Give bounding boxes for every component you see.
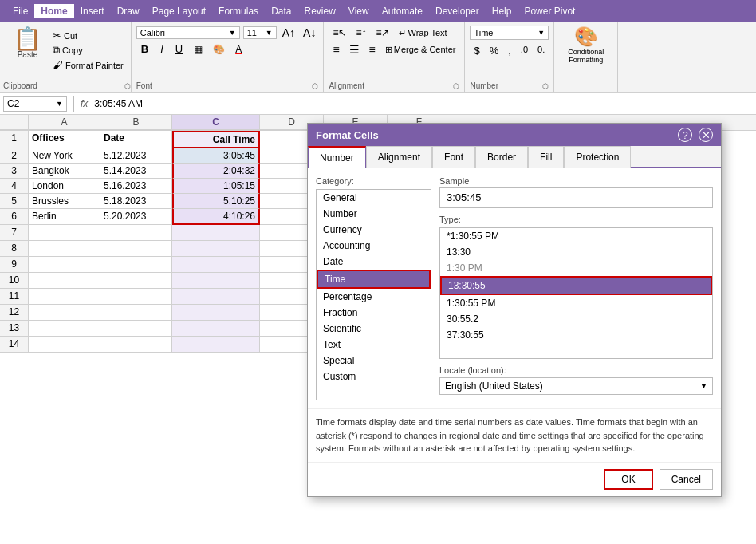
align-top-right-icon[interactable]: ≡↗ (372, 26, 393, 40)
menu-data[interactable]: Data (265, 4, 297, 18)
cell-C2[interactable]: 3:05:45 (172, 148, 260, 164)
menu-insert[interactable]: Insert (74, 4, 111, 18)
tab-border[interactable]: Border (475, 146, 528, 168)
currency-icon[interactable]: $ (470, 43, 483, 58)
type-item-2[interactable]: 13:30 (440, 244, 712, 260)
clipboard-expand-icon[interactable]: ⬡ (124, 82, 131, 90)
menu-developer[interactable]: Developer (429, 4, 486, 18)
menu-help[interactable]: Help (486, 4, 518, 18)
col-header-C[interactable]: C (172, 115, 260, 130)
cell-B11[interactable] (100, 289, 172, 305)
menu-view[interactable]: View (342, 4, 376, 18)
tab-number[interactable]: Number (308, 146, 366, 168)
dialog-help-button[interactable]: ? (678, 128, 692, 142)
ok-button[interactable]: OK (604, 469, 652, 490)
cell-B14[interactable] (100, 337, 172, 353)
align-center-icon[interactable]: ☰ (345, 41, 364, 57)
menu-draw[interactable]: Draw (111, 4, 146, 18)
menu-page-layout[interactable]: Page Layout (146, 4, 212, 18)
italic-button[interactable]: I (156, 41, 168, 57)
cell-A8[interactable] (29, 241, 100, 257)
cell-B7[interactable] (100, 225, 172, 241)
align-top-center-icon[interactable]: ≡↑ (352, 26, 370, 40)
fill-color-icon[interactable]: 🎨 (209, 42, 229, 57)
type-item-3[interactable]: 1:30 PM (440, 260, 712, 276)
category-item-percentage[interactable]: Percentage (317, 289, 431, 305)
category-item-custom[interactable]: Custom (317, 369, 431, 384)
tab-fill[interactable]: Fill (528, 146, 564, 168)
cut-button[interactable]: ✂ Cut (50, 29, 126, 42)
cell-C14[interactable] (172, 337, 260, 353)
type-list[interactable]: *1:30:55 PM 13:30 1:30 PM 13:30:55 1:30:… (439, 227, 713, 359)
col-header-B[interactable]: B (100, 115, 172, 130)
cancel-button[interactable]: Cancel (660, 469, 713, 490)
cell-B2[interactable]: 5.12.2023 (100, 148, 172, 164)
category-item-time[interactable]: Time (317, 270, 431, 289)
category-item-date[interactable]: Date (317, 254, 431, 270)
comma-icon[interactable]: , (504, 43, 515, 58)
cell-A3[interactable]: Bangkok (29, 164, 100, 179)
cell-B5[interactable]: 5.18.2023 (100, 194, 172, 209)
tab-protection[interactable]: Protection (564, 146, 631, 168)
align-right-icon[interactable]: ≡ (365, 41, 380, 57)
cell-C7[interactable] (172, 225, 260, 241)
bold-button[interactable]: B (136, 41, 153, 57)
cell-B4[interactable]: 5.16.2023 (100, 179, 172, 194)
cell-A5[interactable]: Brussles (29, 194, 100, 209)
cell-A13[interactable] (29, 321, 100, 337)
decrease-decimal-icon[interactable]: .0 (517, 43, 532, 58)
cell-A11[interactable] (29, 289, 100, 305)
cell-C3[interactable]: 2:04:32 (172, 164, 260, 179)
cell-B12[interactable] (100, 305, 172, 321)
cell-A9[interactable] (29, 257, 100, 273)
type-item-1[interactable]: *1:30:55 PM (440, 228, 712, 244)
category-item-currency[interactable]: Currency (317, 222, 431, 238)
copy-button[interactable]: ⧉ Copy (50, 43, 126, 57)
increase-font-icon[interactable]: A↑ (280, 26, 297, 40)
cell-B8[interactable] (100, 241, 172, 257)
number-expand-icon[interactable]: ⬡ (542, 82, 549, 90)
type-item-7[interactable]: 37:30:55 (440, 327, 712, 343)
category-item-special[interactable]: Special (317, 353, 431, 369)
paste-button[interactable]: 📋 Paste (8, 26, 47, 61)
cell-C5[interactable]: 5:10:25 (172, 194, 260, 209)
underline-button[interactable]: U (171, 41, 187, 57)
category-item-accounting[interactable]: Accounting (317, 238, 431, 254)
menu-home[interactable]: Home (34, 4, 73, 18)
name-box[interactable]: C2 ▼ (3, 96, 67, 112)
cell-C12[interactable] (172, 305, 260, 321)
cell-B3[interactable]: 5.14.2023 (100, 164, 172, 179)
menu-automate[interactable]: Automate (376, 4, 429, 18)
cell-A14[interactable] (29, 337, 100, 353)
font-expand-icon[interactable]: ⬡ (312, 82, 318, 90)
locale-dropdown[interactable]: English (United States) ▼ (439, 377, 713, 395)
category-item-text[interactable]: Text (317, 337, 431, 353)
cell-B10[interactable] (100, 273, 172, 289)
font-name-dropdown[interactable]: Calibri ▼ (136, 26, 240, 39)
cell-A4[interactable]: London (29, 179, 100, 194)
cell-A1[interactable]: Offices (29, 131, 100, 148)
cell-C1[interactable]: Call Time (172, 131, 260, 148)
menu-review[interactable]: Review (297, 4, 341, 18)
cell-C10[interactable] (172, 273, 260, 289)
tab-alignment[interactable]: Alignment (366, 146, 432, 168)
cell-A2[interactable]: New York (29, 148, 100, 164)
category-item-number[interactable]: Number (317, 206, 431, 222)
cell-A10[interactable] (29, 273, 100, 289)
category-item-scientific[interactable]: Scientific (317, 321, 431, 337)
merge-center-button[interactable]: ⊞ Merge & Center (381, 41, 460, 57)
cell-B9[interactable] (100, 257, 172, 273)
tab-font[interactable]: Font (432, 146, 475, 168)
cell-B1[interactable]: Date (100, 131, 172, 148)
align-top-left-icon[interactable]: ≡↖ (329, 26, 350, 40)
cell-C13[interactable] (172, 321, 260, 337)
cell-C11[interactable] (172, 289, 260, 305)
border-icon[interactable]: ▦ (190, 42, 207, 57)
cell-B6[interactable]: 5.20.2023 (100, 209, 172, 225)
number-format-dropdown[interactable]: Time ▼ (470, 26, 549, 40)
cell-C6[interactable]: 4:10:26 (172, 209, 260, 225)
format-painter-button[interactable]: 🖌 Format Painter (50, 58, 126, 72)
align-left-icon[interactable]: ≡ (329, 41, 343, 57)
category-item-general[interactable]: General (317, 190, 431, 206)
cell-C9[interactable] (172, 257, 260, 273)
